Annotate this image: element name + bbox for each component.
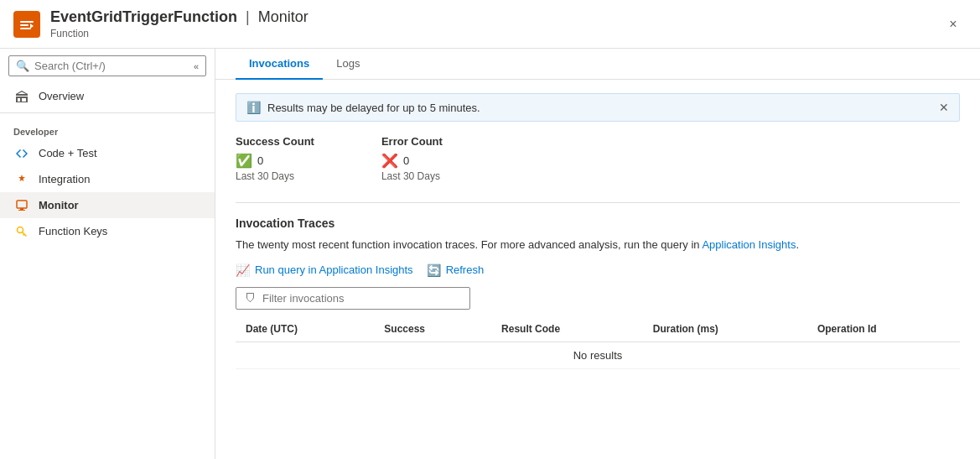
main-layout: 🔍 « Overview Developer Code + Test Integ (0, 49, 980, 459)
filter-icon: ⛉ (245, 292, 256, 305)
stats-row: Success Count ✅ 0 Last 30 Days Error Cou… (236, 135, 960, 182)
actions-row: 📈 Run query in Application Insights 🔄 Re… (236, 263, 960, 277)
stat-error-label: Error Count (381, 135, 443, 148)
stat-error: Error Count ❌ 0 Last 30 Days (381, 135, 443, 182)
sidebar-item-overview-label: Overview (39, 90, 84, 102)
stat-error-period: Last 30 Days (381, 170, 443, 182)
invocation-traces-desc: The twenty most recent function invocati… (236, 237, 960, 253)
col-result-code: Result Code (491, 316, 643, 342)
col-operation-id: Operation Id (807, 316, 960, 342)
sidebar-section-developer: Developer (0, 117, 215, 140)
no-results-cell: No results (236, 342, 960, 368)
content-divider (236, 202, 960, 203)
stat-success-number: 0 (257, 154, 263, 167)
tab-logs[interactable]: Logs (323, 49, 373, 80)
info-icon: ℹ️ (246, 101, 261, 114)
search-input[interactable] (34, 60, 194, 72)
sidebar: 🔍 « Overview Developer Code + Test Integ (0, 49, 215, 459)
sidebar-divider (0, 112, 215, 113)
tab-invocations[interactable]: Invocations (236, 49, 323, 80)
stat-success: Success Count ✅ 0 Last 30 Days (236, 135, 314, 182)
stat-success-period: Last 30 Days (236, 170, 314, 182)
header-separator: | (246, 8, 250, 26)
success-check-icon: ✅ (236, 153, 252, 169)
breadcrumb: Function (50, 28, 940, 39)
col-date: Date (UTC) (236, 316, 374, 342)
tabs-bar: Invocations Logs (215, 49, 980, 80)
svg-marker-3 (30, 23, 34, 29)
sidebar-item-function-keys[interactable]: Function Keys (0, 218, 215, 244)
page-function-name: EventGridTriggerFunction (50, 8, 237, 26)
function-icon (19, 17, 34, 32)
content-body: ℹ️ Results may be delayed for up to 5 mi… (215, 80, 980, 383)
refresh-icon: 🔄 (427, 263, 441, 277)
stat-error-number: 0 (403, 154, 409, 167)
stat-success-value: ✅ 0 (236, 153, 314, 169)
run-query-label: Run query in Application Insights (255, 263, 413, 276)
filter-invocations-input[interactable] (262, 292, 461, 305)
svg-rect-4 (17, 201, 27, 208)
collapse-sidebar-button[interactable]: « (194, 61, 199, 71)
desc-end: . (796, 238, 799, 251)
col-duration: Duration (ms) (643, 316, 807, 342)
table-body: No results (236, 342, 960, 368)
sidebar-item-monitor[interactable]: Monitor (0, 192, 215, 218)
sidebar-item-overview[interactable]: Overview (0, 83, 215, 109)
stat-success-label: Success Count (236, 135, 314, 148)
svg-rect-6 (18, 210, 25, 211)
close-button[interactable]: × (940, 11, 967, 38)
search-icon: 🔍 (16, 60, 29, 72)
svg-rect-0 (20, 21, 34, 23)
close-banner-button[interactable]: ✕ (939, 101, 949, 114)
content-area: Invocations Logs ℹ️ Results may be delay… (215, 49, 980, 459)
app-header: EventGridTriggerFunction | Monitor Funct… (0, 0, 980, 49)
stat-error-value: ❌ 0 (381, 153, 443, 169)
key-icon (13, 226, 30, 237)
integration-icon (13, 174, 30, 185)
invocations-table: Date (UTC) Success Result Code Duration … (236, 316, 960, 369)
page-subtitle: Monitor (258, 8, 309, 26)
sidebar-item-function-keys-label: Function Keys (39, 225, 107, 237)
refresh-button[interactable]: 🔄 Refresh (427, 263, 485, 277)
invocation-traces-title: Invocation Traces (236, 216, 960, 230)
invocation-traces-section: Invocation Traces The twenty most recent… (236, 216, 960, 369)
sidebar-item-integration[interactable]: Integration (0, 166, 215, 192)
table-header: Date (UTC) Success Result Code Duration … (236, 316, 960, 342)
sidebar-item-monitor-label: Monitor (39, 199, 79, 211)
monitor-icon (13, 200, 30, 211)
svg-rect-5 (20, 208, 23, 210)
svg-rect-2 (20, 28, 31, 29)
app-insights-link[interactable]: Application Insights (702, 238, 796, 251)
code-icon (13, 148, 30, 159)
overview-icon (13, 91, 30, 102)
info-banner: ℹ️ Results may be delayed for up to 5 mi… (236, 93, 960, 122)
sidebar-item-code-test-label: Code + Test (39, 147, 97, 159)
search-box[interactable]: 🔍 « (8, 55, 206, 76)
refresh-label: Refresh (446, 263, 485, 276)
table-no-results-row: No results (236, 342, 960, 368)
col-success: Success (374, 316, 491, 342)
run-query-icon: 📈 (236, 263, 250, 277)
desc-plain: The twenty most recent function invocati… (236, 238, 702, 251)
app-icon (13, 11, 40, 38)
banner-message: Results may be delayed for up to 5 minut… (267, 102, 480, 114)
error-x-icon: ❌ (381, 153, 398, 169)
sidebar-item-integration-label: Integration (39, 173, 90, 185)
table-header-row: Date (UTC) Success Result Code Duration … (236, 316, 960, 342)
svg-rect-1 (20, 24, 29, 26)
header-title-group: EventGridTriggerFunction | Monitor Funct… (50, 8, 940, 39)
svg-point-7 (18, 227, 23, 232)
sidebar-item-code-test[interactable]: Code + Test (0, 140, 215, 166)
filter-box[interactable]: ⛉ (236, 287, 470, 310)
run-query-button[interactable]: 📈 Run query in Application Insights (236, 263, 413, 277)
